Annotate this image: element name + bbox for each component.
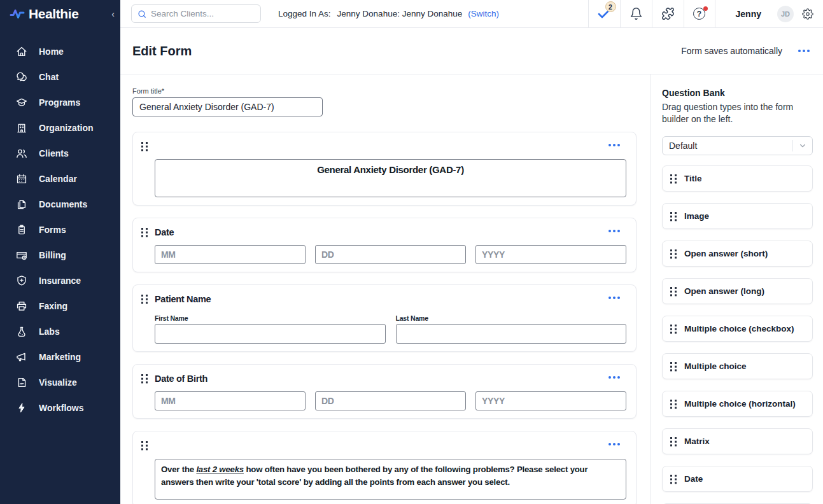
drag-handle-icon[interactable] — [141, 228, 148, 237]
sidebar-item-insurance[interactable]: Insurance — [0, 268, 120, 293]
instructions-text-box[interactable]: Over the last 2 weeks how often have you… — [155, 459, 626, 500]
puzzle-icon — [661, 7, 675, 20]
sidebar: Healthie ‹ Home Chat Programs Organizati… — [0, 0, 120, 504]
form-block-title[interactable]: General Anxiety Disorder (GAD-7) — [132, 132, 637, 206]
sidebar-item-clients[interactable]: Clients — [0, 141, 120, 166]
block-label: Date — [155, 227, 174, 237]
content: Form title* General Anxiety Disorder (GA… — [120, 74, 823, 504]
labs-icon — [15, 325, 28, 338]
healthie-pulse-logo-icon — [9, 6, 25, 22]
tasks-count-badge: 2 — [605, 1, 616, 12]
form-title-label: Form title* — [132, 87, 650, 95]
sidebar-item-programs[interactable]: Programs — [0, 90, 120, 115]
drag-handle-icon — [670, 249, 677, 259]
switch-account-link[interactable]: (Switch) — [468, 9, 499, 18]
calendar-icon — [15, 172, 28, 185]
sidebar-collapse-icon[interactable]: ‹ — [111, 10, 115, 18]
question-bank-item-image[interactable]: Image — [662, 203, 813, 229]
drag-handle-icon[interactable] — [141, 295, 148, 304]
drag-handle-icon[interactable] — [141, 142, 148, 151]
date-month-input[interactable] — [155, 245, 306, 264]
drag-handle-icon[interactable] — [141, 374, 148, 384]
sidebar-nav: Home Chat Programs Organization Clients … — [0, 39, 120, 421]
sidebar-item-forms[interactable]: Forms — [0, 217, 120, 242]
form-block-date[interactable]: Date — [132, 218, 637, 272]
sidebar-item-home[interactable]: Home — [0, 39, 120, 64]
help-button[interactable]: ? — [684, 0, 715, 27]
notifications-button[interactable] — [620, 0, 652, 27]
question-bank-item-open-answer-long[interactable]: Open answer (long) — [662, 278, 813, 304]
first-name-input[interactable] — [155, 324, 386, 344]
home-icon — [15, 45, 28, 58]
settings-button[interactable] — [802, 8, 813, 20]
drag-handle-icon — [670, 174, 677, 184]
workflows-icon — [15, 402, 28, 414]
avatar[interactable]: JD — [777, 6, 794, 22]
drag-handle-icon[interactable] — [141, 441, 148, 451]
instructions-text: Over the last 2 weeks how often have you… — [161, 463, 620, 489]
gear-icon — [802, 8, 813, 20]
block-options-menu-button[interactable] — [608, 230, 620, 232]
form-builder: Form title* General Anxiety Disorder (GA… — [120, 74, 651, 504]
form-block-patient-name[interactable]: Patient Name First Name Last Name — [132, 284, 637, 352]
dob-day-input[interactable] — [315, 391, 466, 410]
block-label: Patient Name — [155, 294, 211, 304]
clients-icon — [15, 147, 28, 160]
dob-year-input[interactable] — [475, 391, 626, 410]
title-text-box[interactable]: General Anxiety Disorder (GAD-7) — [155, 159, 626, 197]
block-options-menu-button[interactable] — [608, 443, 620, 445]
sidebar-item-organization[interactable]: Organization — [0, 115, 120, 141]
question-bank-category-select[interactable]: Default — [662, 136, 813, 155]
tasks-button[interactable]: 2 — [588, 0, 620, 27]
form-options-menu-button[interactable] — [798, 50, 810, 52]
sidebar-item-faxing[interactable]: Faxing — [0, 293, 120, 319]
organization-icon — [15, 122, 28, 134]
question-bank-item-date[interactable]: Date — [662, 466, 813, 492]
forms-icon — [15, 223, 28, 236]
sidebar-item-workflows[interactable]: Workflows — [0, 395, 120, 421]
page-header: Edit Form Form saves automatically — [120, 28, 823, 74]
autosave-note: Form saves automatically — [681, 46, 782, 56]
dob-month-input[interactable] — [155, 391, 306, 410]
block-options-menu-button[interactable] — [608, 144, 620, 146]
integrations-button[interactable] — [652, 0, 684, 27]
sidebar-item-labs[interactable]: Labs — [0, 319, 120, 344]
search-icon — [137, 10, 146, 18]
block-label: Date of Birth — [155, 374, 208, 384]
help-alert-dot — [703, 6, 708, 11]
date-year-input[interactable] — [475, 245, 626, 264]
sidebar-item-calendar[interactable]: Calendar — [0, 166, 120, 192]
question-bank-item-matrix[interactable]: Matrix — [662, 428, 813, 454]
insurance-icon — [15, 274, 28, 287]
form-block-date-of-birth[interactable]: Date of Birth — [132, 364, 637, 419]
block-options-menu-button[interactable] — [608, 297, 620, 299]
question-bank-item-title[interactable]: Title — [662, 165, 813, 192]
sidebar-item-documents[interactable]: Documents — [0, 192, 120, 217]
title-text: General Anxiety Disorder (GAD-7) — [317, 164, 464, 197]
first-name-label: First Name — [155, 314, 386, 322]
search-input[interactable] — [151, 9, 255, 18]
topbar-right: 2 ? Jenny JD — [588, 0, 823, 27]
question-bank-title: Question Bank — [662, 88, 813, 98]
sidebar-item-visualize[interactable]: Visualize — [0, 370, 120, 395]
chat-icon — [15, 71, 28, 83]
block-options-menu-button[interactable] — [608, 376, 620, 379]
user-name[interactable]: Jenny — [736, 9, 761, 19]
last-name-input[interactable] — [396, 324, 627, 344]
question-bank-item-multiple-choice[interactable]: Multiple choice — [662, 353, 813, 379]
question-bank-item-multiple-choice-horizontal[interactable]: Multiple choice (horizontal) — [662, 391, 813, 417]
sidebar-item-billing[interactable]: Billing — [0, 242, 120, 268]
select-divider — [792, 140, 793, 151]
logged-in-label: Logged In As: — [278, 9, 331, 18]
drag-handle-icon — [670, 437, 677, 447]
date-day-input[interactable] — [315, 245, 466, 264]
question-bank-item-multiple-choice-checkbox[interactable]: Multiple choice (checkbox) — [662, 316, 813, 342]
form-title-input[interactable] — [132, 97, 323, 116]
sidebar-item-chat[interactable]: Chat — [0, 64, 120, 90]
form-block-instructions[interactable]: Over the last 2 weeks how often have you… — [132, 431, 637, 504]
documents-icon — [15, 198, 28, 211]
client-search[interactable] — [131, 4, 261, 23]
question-bank-item-open-answer-short[interactable]: Open answer (short) — [662, 241, 813, 267]
brand-name: Healthie — [29, 6, 79, 22]
sidebar-item-marketing[interactable]: Marketing — [0, 344, 120, 370]
